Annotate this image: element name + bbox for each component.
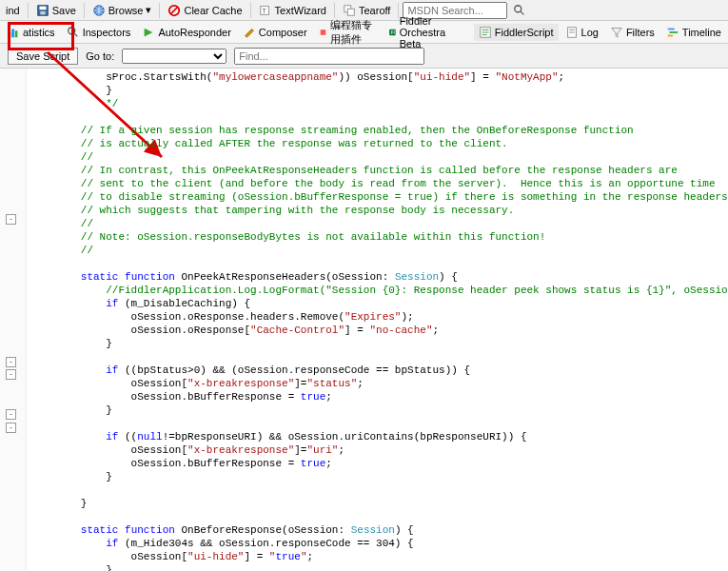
save-icon — [36, 4, 49, 17]
svg-rect-2 — [40, 10, 45, 14]
gutter: - - - - - — [0, 69, 27, 571]
svg-point-15 — [68, 27, 74, 33]
find-button[interactable]: ind — [2, 4, 24, 17]
tab-plugin[interactable]: 编程猫专用插件 — [314, 16, 382, 49]
goto-select[interactable] — [122, 49, 226, 64]
timeline-icon — [666, 26, 679, 39]
tab-autoresponder[interactable]: AutoResponder — [137, 24, 235, 41]
fold-marker[interactable]: - — [6, 369, 16, 380]
fold-marker[interactable]: - — [6, 409, 16, 420]
fold-marker[interactable]: - — [6, 214, 16, 225]
tab-composer[interactable]: Composer — [238, 24, 312, 41]
log-icon — [565, 26, 579, 39]
svg-point-10 — [515, 5, 521, 11]
editor-wrap: - - - - - sProc.StartsWith("mylowercasea… — [0, 69, 728, 571]
tab-fiddlerscript[interactable]: FiddlerScript — [474, 24, 559, 41]
search-icon — [513, 4, 526, 17]
browse-button[interactable]: Browse ▾ — [89, 3, 156, 18]
svg-rect-1 — [39, 6, 46, 10]
filters-icon — [610, 26, 623, 39]
fold-marker[interactable]: - — [6, 423, 16, 433]
svg-rect-17 — [320, 30, 325, 35]
stats-icon — [7, 26, 20, 39]
svg-rect-9 — [347, 9, 354, 15]
svg-line-11 — [521, 10, 524, 14]
svg-line-16 — [74, 32, 78, 36]
tab-bar: atistics Inspectors AutoResponder Compos… — [0, 21, 728, 44]
svg-rect-13 — [11, 29, 14, 37]
fold-marker[interactable]: - — [6, 357, 16, 367]
plugin-icon — [319, 26, 327, 39]
tab-statistics[interactable]: atistics — [2, 24, 60, 41]
svg-text:FO: FO — [391, 30, 397, 35]
save-script-button[interactable]: Save Script — [8, 48, 78, 65]
browse-icon — [92, 4, 106, 17]
fiddlerscript-icon — [479, 26, 492, 39]
tab-orchestra[interactable]: FOFiddler Orchestra Beta — [384, 13, 472, 51]
composer-icon — [243, 26, 256, 39]
clear-cache-button[interactable]: Clear Cache — [164, 3, 246, 18]
svg-rect-12 — [9, 32, 11, 37]
tab-log[interactable]: Log — [561, 24, 603, 41]
textwizard-icon: T — [259, 4, 272, 17]
svg-text:T: T — [262, 7, 266, 13]
code-editor[interactable]: sProc.StartsWith("mylowercaseappname")) … — [27, 69, 728, 571]
autoresponder-icon — [142, 26, 155, 39]
clear-cache-icon — [167, 4, 181, 17]
search-go-button[interactable] — [509, 3, 530, 18]
tearoff-icon — [343, 4, 356, 17]
svg-line-5 — [171, 7, 178, 13]
tab-filters[interactable]: Filters — [605, 24, 659, 41]
tab-timeline[interactable]: Timeline — [661, 24, 726, 41]
orchestra-icon: FO — [388, 26, 397, 39]
tab-inspectors[interactable]: Inspectors — [62, 24, 136, 41]
svg-rect-14 — [15, 30, 18, 37]
inspectors-icon — [67, 26, 80, 39]
goto-label: Go to: — [86, 50, 114, 62]
save-button[interactable]: Save — [32, 3, 80, 18]
